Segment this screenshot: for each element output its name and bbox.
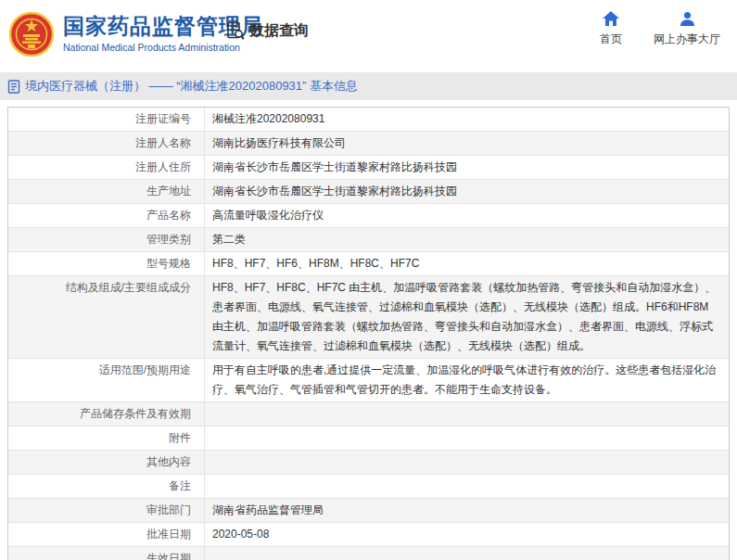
- row-value: HF8、HF7、HF6、HF8M、HF8C、HF7C: [205, 252, 729, 275]
- row-label-text: 结构及组成/主要组成成分: [66, 278, 191, 298]
- breadcrumb-bar: 境内医疗器械（注册） —— “湘械注准20202080931” 基本信息: [0, 72, 737, 100]
- row-value: [205, 426, 729, 450]
- table-row: 批准日期2020-05-08: [8, 523, 729, 547]
- table-row: 产品储存条件及有效期: [8, 402, 729, 426]
- row-label-text: 生产地址: [146, 182, 191, 201]
- table-row: 型号规格HF8、HF7、HF6、HF8M、HF8C、HF7C: [8, 252, 729, 276]
- row-value: 2020-05-08: [205, 523, 729, 546]
- row-value: 湖南比扬医疗科技有限公司: [205, 132, 729, 155]
- table-row: 结构及组成/主要组成成分HF8、HF7、HF8C、HF7C 由主机、加温呼吸管路…: [8, 276, 729, 359]
- document-icon: [7, 80, 20, 94]
- info-table-body: 注册证编号湘械注准20202080931注册人名称湖南比扬医疗科技有限公司注册人…: [8, 108, 729, 560]
- table-row: 备注: [8, 475, 729, 499]
- row-label: 注册人名称: [8, 132, 205, 155]
- row-label: 生效日期: [8, 547, 205, 560]
- data-query-nav[interactable]: 数据查询: [225, 20, 309, 41]
- row-label-text: 产品名称: [146, 206, 191, 225]
- data-query-label: 数据查询: [249, 21, 309, 41]
- user-icon: [680, 11, 695, 27]
- row-label-text: 产品储存条件及有效期: [80, 404, 191, 424]
- row-label-text: 型号规格: [146, 254, 191, 274]
- row-label: 型号规格: [8, 252, 205, 275]
- row-label-text: 注册证编号: [135, 109, 191, 129]
- row-label: 结构及组成/主要组成成分: [8, 276, 205, 358]
- table-row: 注册人名称湖南比扬医疗科技有限公司: [8, 132, 729, 156]
- row-value: [205, 451, 729, 474]
- row-label-text: 审批部门: [146, 501, 191, 520]
- row-label: 管理类别: [8, 228, 205, 251]
- table-row: 注册人住所湖南省长沙市岳麓区学士街道黎家村路比扬科技园: [8, 156, 729, 180]
- row-label: 批准日期: [8, 523, 205, 546]
- table-row: 产品名称高流量呼吸湿化治疗仪: [8, 204, 729, 228]
- row-value: [205, 475, 729, 498]
- row-label-text: 批准日期: [146, 525, 191, 544]
- registration-info-table: 注册证编号湘械注准20202080931注册人名称湖南比扬医疗科技有限公司注册人…: [7, 107, 730, 560]
- national-emblem-logo: [9, 12, 54, 57]
- row-label-text: 管理类别: [146, 230, 191, 249]
- row-value: 高流量呼吸湿化治疗仪: [205, 204, 729, 227]
- row-label: 注册人住所: [8, 156, 205, 179]
- row-value: [205, 547, 729, 560]
- row-label: 适用范围/预期用途: [8, 359, 205, 401]
- row-label: 生产地址: [8, 180, 205, 203]
- row-value: 第二类: [205, 228, 729, 251]
- row-label-text: 附件: [169, 428, 191, 448]
- row-label: 产品储存条件及有效期: [8, 402, 205, 426]
- row-label: 注册证编号: [8, 108, 205, 131]
- breadcrumb: 境内医疗器械（注册） —— “湘械注准20202080931” 基本信息: [25, 78, 358, 95]
- row-value: [205, 402, 729, 426]
- row-label: 其他内容: [8, 451, 205, 474]
- row-value: 湘械注准20202080931: [205, 108, 729, 131]
- home-icon: [603, 11, 619, 27]
- nav-item-service-hall[interactable]: 网上办事大厅: [654, 11, 720, 47]
- row-value: HF8、HF7、HF8C、HF7C 由主机、加温呼吸管路套装（螺纹加热管路、弯管…: [205, 276, 729, 358]
- row-label-text: 生效日期: [146, 549, 191, 560]
- table-row: 审批部门湖南省药品监督管理局: [8, 499, 729, 523]
- table-row: 生效日期: [8, 547, 729, 560]
- top-nav: 首页 网上办事大厅: [600, 11, 720, 47]
- row-label-text: 备注: [169, 477, 191, 496]
- table-row: 生产地址湖南省长沙市岳麓区学士街道黎家村路比扬科技园: [8, 180, 729, 204]
- row-label-text: 其他内容: [146, 452, 191, 472]
- row-label: 附件: [8, 426, 205, 450]
- row-label-text: 适用范围/预期用途: [99, 361, 191, 380]
- row-label: 产品名称: [8, 204, 205, 227]
- table-row: 适用范围/预期用途用于有自主呼吸的患者,通过提供一定流量、加温湿化的呼吸气体进行…: [8, 359, 729, 402]
- row-value: 湖南省药品监督管理局: [205, 499, 729, 522]
- nav-item-home[interactable]: 首页: [600, 11, 622, 47]
- row-label-text: 注册人住所: [135, 158, 191, 177]
- table-row: 管理类别第二类: [8, 228, 729, 252]
- row-value: 用于有自主呼吸的患者,通过提供一定流量、加温湿化的呼吸气体进行有效的治疗。这些患…: [205, 359, 729, 401]
- row-label: 备注: [8, 475, 205, 498]
- data-query-icon: [225, 20, 246, 41]
- row-value: 湖南省长沙市岳麓区学士街道黎家村路比扬科技园: [205, 180, 729, 203]
- table-row: 其他内容: [8, 451, 729, 475]
- nav-item-label: 首页: [600, 32, 622, 47]
- table-row: 附件: [8, 426, 729, 451]
- table-row: 注册证编号湘械注准20202080931: [8, 108, 729, 132]
- row-label: 审批部门: [8, 499, 205, 522]
- page-header: 国家药品监督管理局 National Medical Products Admi…: [0, 0, 737, 72]
- site-subtitle: National Medical Products Administration: [63, 42, 263, 53]
- row-value: 湖南省长沙市岳麓区学士街道黎家村路比扬科技园: [205, 156, 729, 179]
- row-label-text: 注册人名称: [135, 134, 191, 153]
- nav-item-label: 网上办事大厅: [654, 32, 720, 47]
